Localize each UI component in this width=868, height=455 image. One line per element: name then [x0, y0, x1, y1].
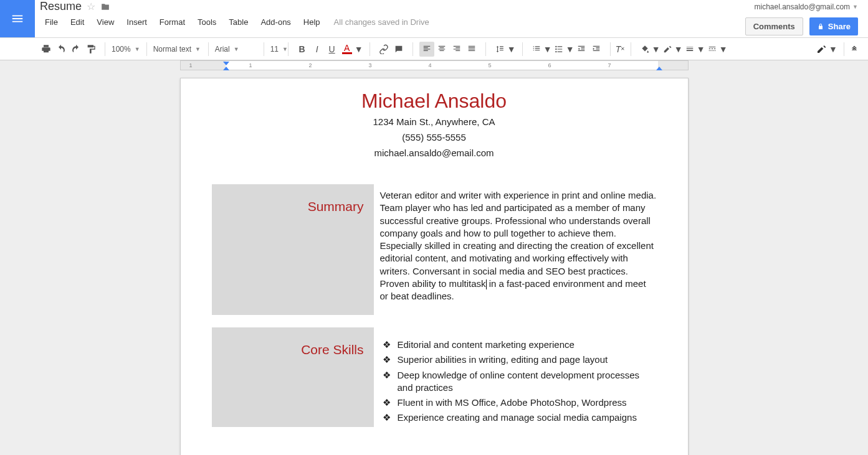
italic-button[interactable]: I: [310, 42, 325, 57]
star-icon[interactable]: ☆: [87, 1, 95, 12]
document-title[interactable]: Resume: [40, 0, 82, 13]
numbered-list-button[interactable]: [529, 42, 544, 57]
link-button[interactable]: [376, 42, 391, 57]
menu-format[interactable]: Format: [153, 15, 191, 29]
line-spacing-button[interactable]: [492, 42, 507, 57]
border-width-caret[interactable]: ▼: [697, 42, 705, 57]
menu-insert[interactable]: Insert: [120, 15, 153, 29]
share-button[interactable]: Share: [809, 17, 858, 35]
account-email: michael.ansaldo@gmail.com: [754, 2, 850, 11]
align-justify-button[interactable]: [464, 42, 479, 57]
font-size-select[interactable]: 11▼: [267, 45, 285, 54]
numbered-list-caret[interactable]: ▼: [544, 42, 551, 57]
menu-file[interactable]: File: [39, 15, 64, 29]
text-color-button[interactable]: A: [340, 42, 355, 57]
menu-table[interactable]: Table: [222, 15, 254, 29]
print-button[interactable]: [39, 42, 54, 57]
border-color-button[interactable]: [660, 42, 675, 57]
resume-address: 1234 Main St., Anywhere, CA: [181, 115, 688, 128]
list-item: Deep knowledge of online content develop…: [380, 369, 657, 395]
bold-button[interactable]: B: [295, 42, 310, 57]
border-style-caret[interactable]: ▼: [720, 42, 727, 57]
list-item: Fluent in with MS Office, Adobe PhotoSho…: [380, 396, 657, 409]
chevron-down-icon: ▼: [852, 4, 858, 10]
collapse-toolbar-button[interactable]: [847, 42, 862, 57]
svg-point-2: [555, 50, 556, 52]
summary-heading: Summary: [222, 199, 364, 214]
fill-color-caret[interactable]: ▼: [652, 42, 660, 57]
editing-mode-button[interactable]: [814, 42, 829, 57]
menu-view[interactable]: View: [90, 15, 120, 29]
style-select[interactable]: Normal text▼: [150, 45, 206, 54]
font-select[interactable]: Arial▼: [211, 45, 261, 54]
bulleted-list-button[interactable]: [551, 42, 566, 57]
share-label: Share: [828, 22, 851, 31]
save-status: All changes saved in Drive: [327, 17, 429, 27]
summary-text: Veteran editor and writer with experienc…: [380, 184, 657, 315]
align-center-button[interactable]: [434, 42, 449, 57]
menu-addons[interactable]: Add-ons: [254, 15, 297, 29]
border-width-button[interactable]: [682, 42, 697, 57]
redo-button[interactable]: [69, 42, 83, 57]
skills-heading: Core Skills: [222, 342, 364, 357]
toolbar: 100%▼ Normal text▼ Arial▼ 11▼ B I U A ▼ …: [0, 38, 868, 60]
menu-help[interactable]: Help: [297, 15, 327, 29]
lock-icon: [817, 23, 824, 30]
list-item: Superior abilities in writing, editing a…: [380, 354, 657, 366]
folder-icon[interactable]: [100, 2, 110, 11]
resume-phone: (555) 555-5555: [181, 131, 688, 144]
resume-name: Michael Ansaldo: [181, 90, 688, 113]
undo-button[interactable]: [54, 42, 69, 57]
resume-email: michael.ansaldo@email.com: [181, 146, 688, 159]
hamburger-icon: [11, 12, 24, 26]
zoom-select[interactable]: 100%▼: [108, 45, 144, 54]
editing-mode-caret[interactable]: ▼: [829, 42, 837, 57]
skills-list: Editorial and content marketing experien…: [380, 332, 657, 425]
svg-point-1: [555, 48, 556, 49]
line-spacing-caret[interactable]: ▼: [507, 42, 516, 57]
underline-button[interactable]: U: [325, 42, 340, 57]
border-color-caret[interactable]: ▼: [675, 42, 682, 57]
ruler[interactable]: 1 1 2 3 4 5 6 7: [180, 60, 689, 70]
app-menu-button[interactable]: [0, 0, 35, 37]
list-item: Editorial and content marketing experien…: [380, 339, 657, 351]
account-menu[interactable]: michael.ansaldo@gmail.com ▼: [754, 2, 858, 11]
comments-button[interactable]: Comments: [745, 17, 803, 35]
fill-color-button[interactable]: [637, 42, 652, 57]
document-page[interactable]: Michael Ansaldo 1234 Main St., Anywhere,…: [180, 78, 689, 455]
comment-button[interactable]: [391, 42, 406, 57]
border-style-button[interactable]: [705, 42, 720, 57]
align-right-button[interactable]: [449, 42, 464, 57]
paint-format-button[interactable]: [83, 42, 98, 57]
list-item: Experience creating and manage social me…: [380, 411, 657, 424]
menu-edit[interactable]: Edit: [64, 15, 90, 29]
bulleted-list-caret[interactable]: ▼: [566, 42, 574, 57]
align-left-button[interactable]: [419, 42, 434, 57]
menu-tools[interactable]: Tools: [191, 15, 222, 29]
clear-formatting-button[interactable]: T✕: [613, 42, 628, 57]
indent-increase-button[interactable]: [589, 42, 604, 57]
text-color-caret[interactable]: ▼: [355, 42, 363, 57]
svg-point-0: [555, 45, 556, 47]
indent-decrease-button[interactable]: [574, 42, 589, 57]
